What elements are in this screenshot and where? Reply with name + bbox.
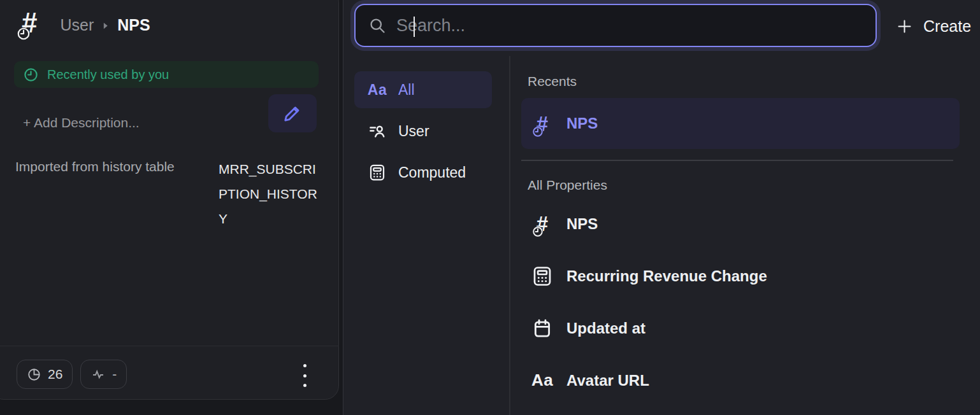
category-list: Aa All User bbox=[354, 71, 492, 195]
category-label: Computed bbox=[398, 164, 466, 181]
user-list-icon bbox=[367, 122, 387, 141]
property-item-label: Recurring Revenue Change bbox=[566, 267, 767, 285]
modal-divider bbox=[509, 56, 510, 415]
recent-item-label: NPS bbox=[566, 115, 598, 132]
category-label: User bbox=[398, 123, 429, 140]
chevron-right-icon bbox=[101, 22, 110, 30]
breadcrumb-current: NPS bbox=[117, 16, 150, 34]
add-description-button[interactable]: + Add Description... bbox=[23, 115, 140, 130]
background-table-fragment bbox=[0, 400, 343, 415]
breadcrumb-parent[interactable]: User bbox=[60, 16, 94, 34]
recent-item-nps[interactable]: # NPS bbox=[521, 98, 960, 149]
search-bar bbox=[354, 4, 877, 47]
section-divider bbox=[521, 160, 953, 161]
create-label: Create bbox=[923, 17, 971, 36]
property-item-updated-at[interactable]: Updated at bbox=[521, 302, 960, 355]
number-clock-icon: # bbox=[22, 9, 37, 37]
property-item-label: Updated at bbox=[566, 320, 645, 337]
property-item-label: Avatar URL bbox=[566, 372, 649, 390]
plus-icon bbox=[896, 18, 913, 35]
footer-divider bbox=[0, 346, 339, 346]
category-user[interactable]: User bbox=[354, 113, 492, 150]
pencil-icon bbox=[282, 103, 303, 123]
category-computed[interactable]: Computed bbox=[354, 154, 492, 191]
property-header: # User NPS bbox=[22, 9, 150, 37]
imported-from-row: Imported from history table MRR_SUBSCRIP… bbox=[15, 159, 324, 231]
number-clock-icon: # bbox=[537, 213, 548, 234]
text-caret bbox=[414, 17, 415, 37]
activity-icon bbox=[90, 367, 106, 382]
imported-from-label: Imported from history table bbox=[15, 159, 219, 231]
calendar-icon bbox=[530, 318, 554, 339]
recently-used-badge: Recently used by you bbox=[14, 61, 319, 88]
results-pane: Recents # NPS All Properties bbox=[521, 71, 960, 407]
category-all[interactable]: Aa All bbox=[354, 71, 492, 108]
imported-table-name: MRR_SUBSCRIPTION_HISTORY bbox=[219, 157, 319, 231]
clock-icon bbox=[24, 67, 38, 82]
trend-pill[interactable]: - bbox=[80, 360, 127, 389]
property-item-nps[interactable]: # NPS bbox=[521, 198, 960, 250]
create-button[interactable]: Create bbox=[896, 13, 971, 39]
recents-heading: Recents bbox=[528, 74, 960, 89]
more-options-button[interactable] bbox=[298, 363, 311, 388]
count-value: 26 bbox=[48, 367, 62, 382]
count-pill[interactable]: 26 bbox=[17, 360, 73, 389]
calculator-icon bbox=[530, 265, 554, 288]
pie-chart-icon bbox=[27, 367, 41, 382]
text-aa-icon: Aa bbox=[367, 81, 387, 99]
search-icon bbox=[368, 17, 386, 34]
category-label: All bbox=[398, 81, 415, 99]
property-item-avatar-url[interactable]: Aa Avatar URL bbox=[521, 355, 960, 407]
text-aa-icon: Aa bbox=[530, 370, 554, 390]
property-item-recurring-revenue-change[interactable]: Recurring Revenue Change bbox=[521, 250, 960, 302]
edit-description-button[interactable] bbox=[268, 94, 317, 132]
all-properties-heading: All Properties bbox=[528, 178, 960, 193]
calculator-icon bbox=[367, 163, 387, 182]
recently-used-label: Recently used by you bbox=[47, 67, 169, 82]
breadcrumb: User NPS bbox=[60, 16, 150, 34]
number-clock-icon: # bbox=[537, 113, 548, 134]
property-item-label: NPS bbox=[566, 215, 598, 233]
trend-value: - bbox=[112, 367, 117, 382]
search-input[interactable] bbox=[396, 5, 876, 46]
